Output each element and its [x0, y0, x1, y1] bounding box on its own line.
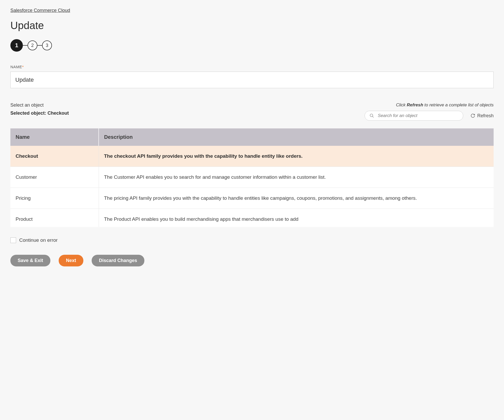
cell-name: Product	[10, 209, 99, 227]
selected-object-prefix: Selected object:	[10, 111, 48, 116]
col-description: Description	[99, 128, 494, 146]
table-row[interactable]: CheckoutThe checkout API family provides…	[10, 146, 494, 167]
page-title: Update	[10, 20, 494, 31]
cell-description: The Customer API enables you to search f…	[99, 167, 494, 188]
cell-description: The checkout API family provides you wit…	[99, 146, 494, 167]
search-box[interactable]	[365, 111, 463, 121]
stepper: 1 2 3	[10, 39, 494, 52]
refresh-hint: Click Refresh to retrieve a complete lis…	[365, 102, 494, 108]
table-scroll[interactable]: Name Description CheckoutThe checkout AP…	[10, 128, 494, 227]
name-label-text: NAME	[10, 65, 22, 69]
refresh-button[interactable]: Refresh	[471, 113, 494, 119]
next-button[interactable]: Next	[59, 255, 83, 266]
object-table: Name Description CheckoutThe checkout AP…	[10, 128, 494, 227]
svg-line-1	[372, 116, 374, 118]
svg-point-0	[370, 114, 373, 117]
refresh-icon	[471, 113, 475, 118]
refresh-hint-bold: Refresh	[407, 102, 423, 107]
save-exit-button[interactable]: Save & Exit	[10, 255, 50, 266]
selected-object-value: Checkout	[48, 111, 69, 116]
select-object-label: Select an object	[10, 102, 69, 108]
step-3[interactable]: 3	[42, 40, 52, 50]
search-input[interactable]	[378, 113, 458, 118]
table-row[interactable]: CustomerThe Customer API enables you to …	[10, 167, 494, 188]
search-icon	[369, 113, 374, 118]
cell-name: Customer	[10, 167, 99, 188]
step-1[interactable]: 1	[10, 39, 23, 52]
step-connector	[37, 45, 42, 46]
table-row[interactable]: ProductThe Product API enables you to bu…	[10, 209, 494, 227]
cell-name: Pricing	[10, 188, 99, 209]
selected-object: Selected object: Checkout	[10, 111, 69, 116]
breadcrumb[interactable]: Salesforce Commerce Cloud	[10, 8, 70, 13]
refresh-label: Refresh	[477, 113, 494, 119]
step-connector	[23, 45, 28, 46]
step-2[interactable]: 2	[28, 40, 37, 50]
discard-button[interactable]: Discard Changes	[92, 255, 144, 266]
table-row[interactable]: PricingThe pricing API family provides y…	[10, 188, 494, 209]
col-name: Name	[10, 128, 99, 146]
cell-description: The pricing API family provides you with…	[99, 188, 494, 209]
required-mark: *	[22, 65, 24, 69]
refresh-hint-post: to retrieve a complete list of objects	[423, 102, 494, 107]
refresh-hint-pre: Click	[396, 102, 407, 107]
name-input[interactable]	[10, 72, 494, 88]
continue-on-error-checkbox[interactable]	[10, 237, 16, 243]
cell-description: The Product API enables you to build mer…	[99, 209, 494, 227]
cell-name: Checkout	[10, 146, 99, 167]
name-label: NAME*	[10, 65, 494, 69]
continue-on-error-label[interactable]: Continue on error	[19, 237, 58, 243]
